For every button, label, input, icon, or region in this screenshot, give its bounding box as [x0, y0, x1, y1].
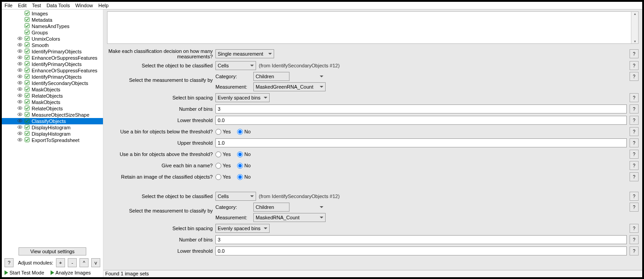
check-icon[interactable]: [24, 80, 30, 86]
menu-data-tools[interactable]: Data Tools: [47, 3, 70, 8]
notes-area[interactable]: ▴▾: [107, 11, 639, 44]
help-button[interactable]: ?: [630, 61, 639, 70]
eye-icon[interactable]: [17, 118, 23, 124]
check-icon[interactable]: [24, 112, 30, 118]
help-button[interactable]: ?: [630, 172, 639, 181]
check-icon[interactable]: [24, 105, 30, 112]
module-item[interactable]: IdentifySecondaryObjects: [2, 80, 103, 86]
check-icon[interactable]: [24, 74, 30, 80]
module-item[interactable]: Groups: [2, 29, 103, 36]
help-button[interactable]: ?: [630, 224, 639, 233]
check-icon[interactable]: [24, 93, 30, 99]
radio-retain-no[interactable]: No: [237, 174, 251, 180]
select-bin-spacing[interactable]: Evenly spaced bins: [215, 93, 270, 102]
module-item[interactable]: NamesAndTypes: [2, 23, 103, 29]
eye-icon[interactable]: [17, 48, 23, 55]
eye-icon[interactable]: [17, 36, 23, 42]
radio-name-yes[interactable]: Yes: [215, 163, 231, 169]
check-icon[interactable]: [24, 55, 30, 61]
check-icon[interactable]: [24, 10, 30, 17]
select-object-2[interactable]: Cells: [215, 192, 256, 201]
check-icon[interactable]: [24, 17, 30, 23]
check-icon[interactable]: [24, 137, 30, 143]
eye-icon[interactable]: [17, 55, 23, 61]
module-list[interactable]: ImagesMetadataNamesAndTypesGroupsUnmixCo…: [2, 9, 103, 246]
radio-below-yes[interactable]: Yes: [215, 129, 231, 135]
help-button[interactable]: ?: [630, 138, 639, 147]
help-button[interactable]: ?: [630, 49, 639, 58]
select-bin-spacing-2[interactable]: Evenly spaced bins: [215, 224, 270, 233]
eye-icon[interactable]: [17, 137, 23, 143]
radio-above-yes[interactable]: Yes: [215, 151, 231, 157]
help-button[interactable]: ?: [630, 203, 639, 212]
check-icon[interactable]: [24, 42, 30, 48]
eye-icon[interactable]: [17, 80, 23, 86]
eye-icon[interactable]: [17, 42, 23, 48]
check-icon[interactable]: [24, 99, 30, 105]
select-measurement-2[interactable]: MaskedRNA_Count: [253, 213, 326, 222]
menu-window[interactable]: Window: [75, 3, 93, 8]
help-button[interactable]: ?: [630, 116, 639, 125]
help-button[interactable]: ?: [630, 93, 639, 102]
module-item[interactable]: Smooth: [2, 42, 103, 48]
analyze-images-button[interactable]: Analyze Images: [51, 270, 91, 275]
eye-icon[interactable]: [17, 61, 23, 67]
move-down-button[interactable]: v: [91, 258, 100, 267]
check-icon[interactable]: [24, 23, 30, 29]
move-up-button[interactable]: ^: [79, 258, 89, 267]
check-icon[interactable]: [24, 86, 30, 93]
module-item[interactable]: EnhanceOrSuppressFeatures: [2, 67, 103, 74]
select-category-2[interactable]: Children: [253, 203, 289, 212]
menu-edit[interactable]: Edit: [18, 3, 27, 8]
module-item[interactable]: RelateObjects: [2, 93, 103, 99]
settings-panel[interactable]: Make each classification decision on how…: [103, 47, 642, 270]
check-icon[interactable]: [24, 61, 30, 67]
help-button-adjust[interactable]: ?: [5, 258, 14, 267]
select-measurement[interactable]: MaskedGreenRNA_Count: [253, 82, 326, 91]
select-category[interactable]: Children: [253, 72, 289, 81]
menu-file[interactable]: File: [5, 3, 13, 8]
radio-below-no[interactable]: No: [237, 129, 251, 135]
check-icon[interactable]: [24, 118, 30, 124]
radio-above-no[interactable]: No: [237, 151, 251, 157]
help-button[interactable]: ?: [630, 127, 639, 136]
add-module-button[interactable]: +: [56, 258, 65, 267]
input-num-bins[interactable]: [215, 104, 627, 113]
check-icon[interactable]: [24, 67, 30, 74]
remove-module-button[interactable]: -: [68, 258, 77, 267]
module-item[interactable]: MeasureObjectSizeShape: [2, 112, 103, 118]
help-button[interactable]: ?: [630, 246, 639, 255]
module-item[interactable]: MaskObjects: [2, 86, 103, 93]
module-item[interactable]: RelateObjects: [2, 105, 103, 112]
module-item[interactable]: Images: [2, 10, 103, 17]
notes-scrollbar[interactable]: ▴▾: [631, 12, 638, 43]
check-icon[interactable]: [24, 124, 30, 131]
input-upper-threshold[interactable]: [215, 138, 627, 147]
view-output-button[interactable]: View output settings: [19, 247, 86, 255]
eye-icon[interactable]: [17, 112, 23, 118]
module-item[interactable]: DisplayHistogram: [2, 124, 103, 131]
module-item[interactable]: DisplayHistogram: [2, 131, 103, 137]
input-lower-threshold[interactable]: [215, 116, 627, 125]
help-button[interactable]: ?: [630, 161, 639, 170]
check-icon[interactable]: [24, 29, 30, 36]
help-button[interactable]: ?: [630, 104, 639, 113]
menu-test[interactable]: Test: [32, 3, 41, 8]
module-item[interactable]: IdentifyPrimaryObjects: [2, 48, 103, 55]
input-lower-threshold-2[interactable]: [215, 246, 627, 255]
module-item[interactable]: IdentifyPrimaryObjects: [2, 61, 103, 67]
eye-icon[interactable]: [17, 105, 23, 112]
module-item[interactable]: IdentifyPrimaryObjects: [2, 74, 103, 80]
module-item[interactable]: MaskObjects: [2, 99, 103, 105]
eye-icon[interactable]: [17, 99, 23, 105]
radio-name-no[interactable]: No: [237, 163, 251, 169]
eye-icon[interactable]: [17, 124, 23, 131]
check-icon[interactable]: [24, 48, 30, 55]
check-icon[interactable]: [24, 131, 30, 137]
eye-icon[interactable]: [17, 131, 23, 137]
input-num-bins-2[interactable]: [215, 235, 627, 244]
help-button[interactable]: ?: [630, 192, 639, 201]
module-item[interactable]: UnmixColors: [2, 36, 103, 42]
eye-icon[interactable]: [17, 67, 23, 74]
eye-icon[interactable]: [17, 93, 23, 99]
